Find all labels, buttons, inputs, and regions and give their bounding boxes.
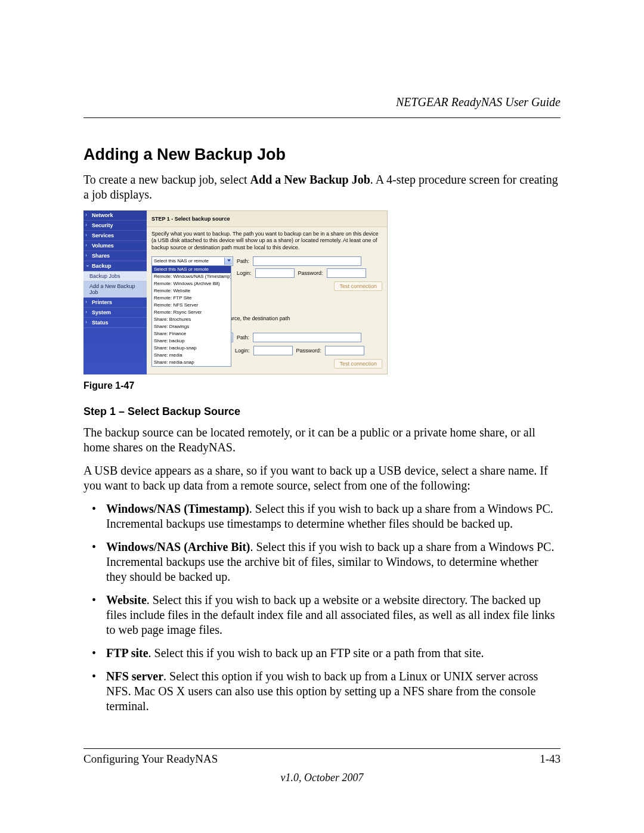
bullet-lead: NFS server (106, 670, 163, 683)
dd-option[interactable]: Remote: Website (152, 287, 231, 295)
dd-option[interactable]: Remote: Rsync Server (152, 309, 231, 316)
footer-version: v1.0, October 2007 (83, 772, 561, 784)
nav-sidebar: Network Security Services Volumes Shares… (83, 210, 147, 374)
password-label: Password: (298, 270, 323, 276)
figure-caption: Figure 1-47 (83, 380, 561, 391)
step1-description: Specify what you want to backup. The pat… (147, 227, 387, 255)
intro-bold: Add a New Backup Job (250, 173, 370, 186)
dd-option[interactable]: Remote: Windows (Archive Bit) (152, 280, 231, 287)
sidebar-item-network[interactable]: Network (83, 210, 147, 221)
intro-text-pre: To create a new backup job, select (83, 173, 250, 186)
sidebar-sub-add-backup-job[interactable]: Add a New Backup Job (83, 281, 147, 298)
list-item: Website. Select this if you wish to back… (83, 593, 561, 637)
list-item: Windows/NAS (Archive Bit). Select this i… (83, 540, 561, 584)
list-item: NFS server. Select this option if you wi… (83, 669, 561, 714)
sidebar-item-system[interactable]: System (83, 308, 147, 318)
dd-option[interactable]: Share: Brochures (152, 316, 231, 323)
source-login-input[interactable] (255, 268, 295, 278)
sidebar-item-services[interactable]: Services (83, 231, 147, 241)
page-header: NETGEAR ReadyNAS User Guide (83, 95, 561, 118)
bullet-lead: FTP site (106, 646, 148, 659)
source-dropdown-value: Select this NAS or remote (154, 258, 209, 264)
sidebar-item-backup[interactable]: Backup (83, 261, 147, 271)
list-item: FTP site. Select this if you wish to bac… (83, 646, 561, 661)
dest-password-input[interactable] (325, 346, 364, 355)
step1-p2: A USB device appears as a share, so if y… (83, 463, 561, 493)
bullet-text: . Select this if you wish to back up an … (148, 646, 484, 659)
section-heading: Adding a New Backup Job (83, 145, 561, 164)
screenshot: Network Security Services Volumes Shares… (83, 210, 388, 374)
bullet-text: . Select this if you wish to back up a w… (106, 593, 555, 636)
dd-option[interactable]: Remote: Windows/NAS (Timestamp) (152, 273, 231, 280)
sidebar-item-status[interactable]: Status (83, 318, 147, 328)
bullet-lead: Windows/NAS (Timestamp) (106, 502, 249, 515)
dd-option[interactable]: Share: media-snap (152, 359, 231, 366)
footer-rule (83, 748, 561, 749)
dd-option[interactable]: Share: media (152, 352, 231, 359)
dd-option[interactable]: Share: Drawings (152, 323, 231, 330)
screenshot-main: STEP 1 - Select backup source Specify wh… (147, 210, 388, 374)
login-label-2: Login: (235, 348, 250, 354)
bullet-lead: Website (106, 593, 147, 606)
footer-left: Configuring Your ReadyNAS (83, 753, 218, 766)
source-password-input[interactable] (327, 268, 366, 278)
bullet-text: . Select this option if you wish to back… (106, 670, 538, 713)
test-connection-button-2[interactable]: Test connection (334, 359, 382, 368)
test-connection-button[interactable]: Test connection (334, 281, 382, 291)
path-label: Path: (237, 258, 249, 264)
dd-option[interactable]: Select this NAS or remote (152, 266, 231, 273)
sidebar-sub-backup-jobs[interactable]: Backup Jobs (83, 271, 147, 281)
document-page: NETGEAR ReadyNAS User Guide Adding a New… (0, 0, 644, 833)
step1-heading: Step 1 – Select Backup Source (83, 405, 561, 418)
dd-option[interactable]: Share: backup-snap (152, 345, 231, 352)
list-item: Windows/NAS (Timestamp). Select this if … (83, 501, 561, 531)
sidebar-item-volumes[interactable]: Volumes (83, 241, 147, 251)
dd-option[interactable]: Share: Finance (152, 330, 231, 337)
source-path-input[interactable] (253, 256, 361, 266)
source-dropdown-list[interactable]: Select this NAS or remote Remote: Window… (151, 265, 231, 367)
login-label: Login: (237, 270, 252, 276)
source-dropdown[interactable]: Select this NAS or remote Select this NA… (151, 256, 233, 266)
dest-path-input[interactable] (253, 333, 361, 342)
doc-title: NETGEAR ReadyNAS User Guide (83, 95, 561, 109)
dd-option[interactable]: Share: backup (152, 337, 231, 345)
path-label-2: Path: (237, 335, 249, 340)
bullet-lead: Windows/NAS (Archive Bit) (106, 540, 250, 553)
dd-option[interactable]: Remote: NFS Server (152, 302, 231, 309)
page-footer: Configuring Your ReadyNAS 1-43 v1.0, Oct… (83, 748, 561, 784)
header-rule (83, 117, 561, 118)
intro-paragraph: To create a new backup job, select Add a… (83, 172, 561, 202)
source-row: Select this NAS or remote Select this NA… (147, 255, 387, 293)
step1-p1: The backup source can be located remotel… (83, 425, 561, 455)
footer-page-number: 1-43 (540, 753, 561, 766)
sidebar-item-printers[interactable]: Printers (83, 298, 147, 308)
step1-title-bar: STEP 1 - Select backup source (147, 211, 387, 227)
sidebar-item-shares[interactable]: Shares (83, 251, 147, 261)
source-type-list: Windows/NAS (Timestamp). Select this if … (83, 501, 561, 714)
password-label-2: Password: (296, 348, 321, 354)
figure-1-47: Network Security Services Volumes Shares… (83, 210, 561, 391)
chevron-down-icon (227, 259, 231, 262)
dd-option[interactable]: Remote: FTP Site (152, 295, 231, 302)
sidebar-item-security[interactable]: Security (83, 221, 147, 231)
dest-login-input[interactable] (253, 346, 293, 355)
